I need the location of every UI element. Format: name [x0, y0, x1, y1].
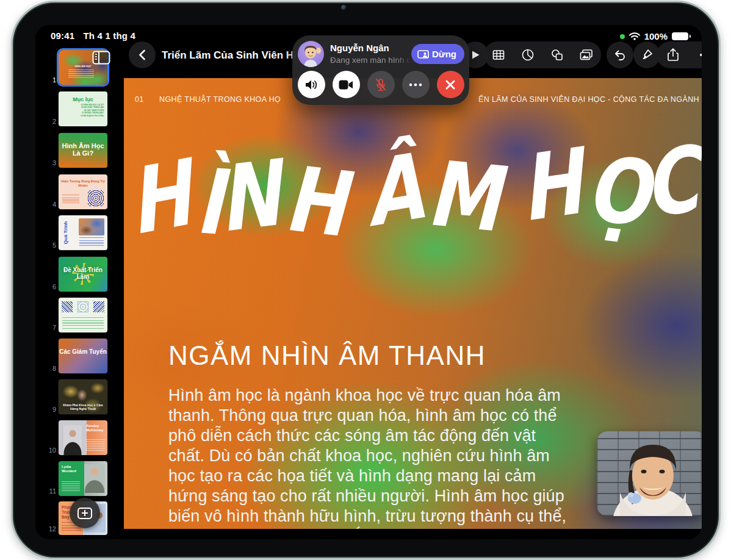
facetime-pip-video[interactable]	[597, 431, 702, 516]
slide-number: 1	[48, 76, 56, 84]
toc-row: 12 KẾ HOẠCH THI CÔNG	[62, 115, 104, 117]
participant-name: Nguyễn Ngân	[330, 43, 389, 53]
pie-chart-icon	[521, 48, 535, 62]
slide-number: 11	[48, 487, 56, 495]
status-date: Th 4 1 thg 4	[83, 31, 135, 41]
wifi-icon	[629, 32, 640, 40]
slide-thumbnail-5[interactable]: Quá Trình	[59, 215, 107, 250]
slide-thumbnail-3[interactable]: Hình Âm Học Là Gì?	[59, 133, 107, 168]
slide-number: 4	[48, 201, 56, 208]
speaker-button[interactable]	[298, 71, 325, 98]
battery-percent: 100%	[644, 31, 668, 41]
thumb-4-title: Hiện Tượng Rung Động Tự Nhiên	[59, 179, 107, 187]
facetime-overlay: Nguyễn Ngân Đang xem màn hình của t Dừng	[292, 35, 469, 105]
thumb-text-lines	[62, 317, 104, 329]
chevron-left-icon	[138, 49, 146, 60]
stop-sharing-button[interactable]: Dừng	[411, 44, 464, 64]
end-call-button[interactable]	[437, 71, 464, 98]
photos-icon	[579, 48, 594, 62]
slide-header-left: NGHỆ THUẬT TRONG KHOA HỌ	[159, 95, 281, 104]
undo-icon	[613, 48, 627, 62]
add-slide-icon	[77, 508, 92, 519]
stop-sharing-label: Dừng	[432, 49, 456, 59]
slide-number: 10	[48, 447, 56, 454]
screenshot-stage: 09:41Th 4 1 thg 4 100% Triển Lãm Của Sin…	[0, 0, 731, 560]
camera-button[interactable]	[333, 71, 360, 98]
more-button[interactable]	[698, 48, 702, 62]
thumb-photo	[63, 425, 82, 455]
memoji-avatar-icon	[298, 41, 324, 67]
insert-table-button[interactable]	[491, 48, 506, 62]
call-more-button[interactable]	[402, 71, 430, 98]
close-icon	[445, 79, 456, 90]
thumb-pattern	[93, 301, 104, 312]
slide-thumbnail-10[interactable]: Ainsley McKinney	[59, 420, 107, 455]
speaker-icon	[304, 79, 319, 91]
thumb-1-title: HÌNH ÂM HỌC	[67, 65, 99, 68]
document-title: Triển Lãm Của Sinh Viên Hình Âm H	[162, 49, 314, 62]
table-icon	[492, 48, 505, 62]
pip-participant-video	[597, 431, 702, 516]
insert-toolbar-group	[484, 41, 601, 68]
slide-number: 6	[48, 283, 56, 290]
mute-microphone-button[interactable]	[367, 71, 395, 98]
insert-media-button[interactable]	[579, 48, 594, 62]
share-toolbar-group	[657, 41, 702, 68]
slide-title-art: HÌNH ÂM HỌC	[131, 128, 702, 256]
slide-thumbnail-7[interactable]	[59, 298, 107, 332]
thumb-text-lines	[68, 70, 94, 78]
thumb-6-title: Đề Xuất Triển Lãm	[59, 267, 107, 280]
share-button[interactable]	[666, 48, 680, 62]
sharing-status-text: Đang xem màn hình của t	[330, 56, 412, 65]
slide-thumbnail-2[interactable]: Mục lục 03 HÌNH ÂM HỌC LÀ GÌ? 06 ĐỀ XUẤT…	[59, 92, 107, 126]
thumb-10-title: Ainsley McKinney	[86, 424, 106, 433]
slide-number: 2	[48, 118, 56, 125]
thumb-pattern	[88, 190, 104, 206]
slide-page-number: 01	[135, 95, 144, 104]
back-button[interactable]	[129, 41, 156, 68]
share-icon	[667, 48, 679, 62]
slide-number: 9	[48, 406, 56, 413]
thumb-text-lines	[62, 195, 79, 206]
ipad-screen: 09:41Th 4 1 thg 4 100% Triển Lãm Của Sin…	[35, 25, 702, 539]
insert-chart-button[interactable]	[520, 48, 535, 62]
slide-body-text: Hình âm học là ngành khoa học về trực qu…	[168, 386, 571, 529]
slide-thumbnail-4[interactable]: Hiện Tượng Rung Động Tự Nhiên	[59, 174, 107, 209]
slide-number: 12	[48, 525, 56, 533]
slide-number: 8	[48, 365, 56, 372]
thumb-11-title: Lydia Woolard	[62, 465, 81, 473]
add-slide-button[interactable]	[70, 498, 100, 528]
ipad-device-frame: 09:41Th 4 1 thg 4 100% Triển Lãm Của Sin…	[11, 1, 721, 559]
slide-thumbnail-6[interactable]: Đề Xuất Triển Lãm	[59, 257, 107, 292]
slide-heading: NGẮM NHÌN ÂM THANH	[168, 340, 486, 371]
slide-title-text: HÌNH ÂM HỌC	[131, 128, 702, 256]
video-camera-icon	[339, 80, 353, 90]
screen-share-icon	[417, 50, 429, 59]
microphone-muted-icon	[375, 78, 387, 92]
thumb-photo	[84, 464, 105, 493]
thumb-photo	[79, 218, 104, 235]
slide-thumbnail-8[interactable]: Các Giám Tuyển	[59, 339, 107, 373]
thumb-text-lines	[85, 439, 105, 451]
participant-avatar	[298, 41, 324, 67]
thumb-pattern	[62, 301, 73, 312]
thumb-5-title: Quá Trình	[63, 221, 68, 244]
undo-button[interactable]	[607, 41, 633, 68]
ellipsis-icon	[409, 83, 422, 87]
slide-number: 7	[48, 324, 56, 331]
slide-header-right: ỂN LÃM CỦA SINH VIÊN ĐẠI HỌC - CỘNG TÁC …	[478, 95, 699, 104]
thumb-pattern	[77, 301, 88, 312]
play-icon	[471, 50, 480, 60]
ellipsis-icon	[699, 48, 702, 62]
thumb-2-title: Mục lục	[59, 96, 107, 102]
status-bar-right: 100%	[620, 31, 688, 41]
slide-thumbnail-11[interactable]: Lydia Woolard	[59, 461, 107, 496]
insert-shape-button[interactable]	[550, 48, 564, 62]
thumb-text-lines	[79, 237, 104, 247]
status-time: 09:41	[51, 31, 74, 41]
slide-thumbnail-9[interactable]: Khám Phá Khoa Học x Cảm Hứng Nghệ Thuật	[59, 379, 107, 414]
thumb-8-title: Các Giám Tuyển	[59, 348, 107, 356]
slide-number: 3	[48, 159, 56, 167]
thumb-text-lines	[62, 481, 80, 492]
slide-navigator-toggle-button[interactable]	[92, 51, 110, 65]
